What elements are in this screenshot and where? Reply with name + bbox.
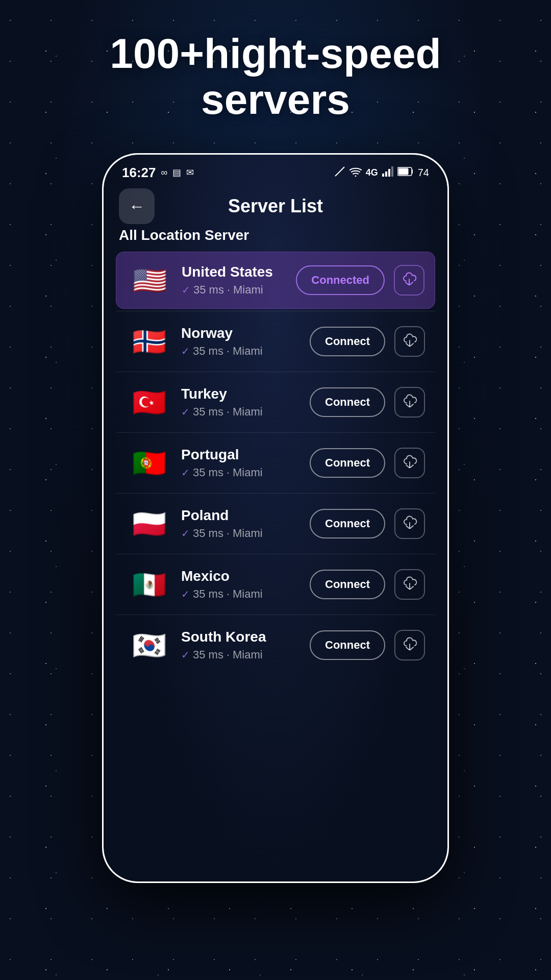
server-ms: 35 ms: [193, 527, 223, 540]
mail-icon: ✉: [186, 167, 194, 178]
app-bar: ← Server List: [104, 185, 447, 227]
server-item[interactable]: 🇵🇱 Poland ✓ 35 ms · Miami Connect: [116, 496, 435, 552]
server-ms: 35 ms: [193, 345, 223, 358]
server-divider: [116, 372, 435, 372]
cloud-icon-tr: [402, 394, 417, 411]
server-meta-pt: ✓ 35 ms · Miami: [181, 466, 300, 479]
server-info-tr: Turkey ✓ 35 ms · Miami: [181, 386, 300, 419]
server-meta-kr: ✓ 35 ms · Miami: [181, 648, 300, 662]
server-name-pl: Poland: [181, 507, 300, 524]
page-wrapper: 100+hight-speed servers 16:27 ∞ ▤ ✉: [0, 0, 551, 980]
server-divider: [116, 432, 435, 433]
battery-level: 74: [418, 167, 429, 179]
phone-mockup: 16:27 ∞ ▤ ✉: [102, 153, 449, 883]
status-bar: 16:27 ∞ ▤ ✉: [104, 155, 447, 185]
server-ms: 35 ms: [193, 466, 223, 479]
status-left: 16:27 ∞ ▤ ✉: [122, 165, 194, 181]
svg-rect-3: [385, 172, 387, 177]
connect-button-no[interactable]: Connect: [310, 327, 385, 356]
check-icon: ✓: [181, 467, 190, 479]
connected-button-us[interactable]: Connected: [296, 265, 385, 295]
flag-tr: 🇹🇷: [126, 384, 172, 420]
cloud-icon-mx: [402, 576, 417, 593]
server-divider: [116, 311, 435, 311]
svg-rect-2: [382, 174, 384, 177]
server-name-mx: Mexico: [181, 568, 300, 584]
server-divider: [116, 554, 435, 554]
cloud-button-kr[interactable]: [394, 630, 425, 660]
server-item[interactable]: 🇵🇹 Portugal ✓ 35 ms · Miami Connect: [116, 435, 435, 491]
server-meta-no: ✓ 35 ms · Miami: [181, 345, 300, 358]
server-item[interactable]: 🇲🇽 Mexico ✓ 35 ms · Miami Connect: [116, 556, 435, 612]
back-arrow-icon: ←: [129, 197, 145, 216]
status-time: 16:27: [122, 165, 156, 181]
connect-button-tr[interactable]: Connect: [310, 387, 385, 417]
server-meta-pl: ✓ 35 ms · Miami: [181, 527, 300, 540]
cloud-button-pl[interactable]: [394, 508, 425, 539]
server-item[interactable]: 🇺🇸 United States ✓ 35 ms · Miami Connect…: [116, 252, 435, 309]
flag-us: 🇺🇸: [127, 262, 172, 298]
wifi-icon: [349, 166, 362, 179]
server-meta-mx: ✓ 35 ms · Miami: [181, 587, 300, 601]
cloud-icon-pl: [402, 516, 417, 532]
connect-button-pt[interactable]: Connect: [310, 448, 385, 478]
book-icon: ▤: [172, 167, 181, 178]
server-ms: 35 ms: [193, 283, 224, 297]
server-info-kr: South Korea ✓ 35 ms · Miami: [181, 629, 300, 662]
server-city: Miami: [233, 466, 263, 479]
server-ms: 35 ms: [193, 405, 223, 419]
server-info-pt: Portugal ✓ 35 ms · Miami: [181, 447, 300, 479]
cloud-button-mx[interactable]: [394, 569, 425, 600]
server-ms: 35 ms: [193, 587, 223, 601]
cloud-button-us[interactable]: [394, 265, 424, 296]
server-name-no: Norway: [181, 325, 300, 341]
infinity-icon: ∞: [161, 167, 168, 178]
server-divider: [116, 493, 435, 494]
section-title: All Location Server: [119, 227, 435, 243]
cloud-button-tr[interactable]: [394, 387, 425, 418]
check-icon: ✓: [181, 527, 190, 540]
server-info-us: United States ✓ 35 ms · Miami: [182, 264, 287, 297]
4g-label: 4G: [366, 167, 378, 178]
check-icon: ✓: [181, 406, 190, 418]
server-name-pt: Portugal: [181, 447, 300, 463]
status-right-icons: 4G: [334, 166, 429, 180]
app-title: Server List: [228, 195, 323, 217]
connect-button-kr[interactable]: Connect: [310, 630, 385, 660]
server-name-tr: Turkey: [181, 386, 300, 402]
back-button[interactable]: ←: [119, 188, 155, 224]
server-divider: [116, 615, 435, 615]
svg-point-1: [355, 175, 356, 177]
server-city: Miami: [233, 527, 263, 540]
server-name-us: United States: [182, 264, 287, 280]
server-ms: 35 ms: [193, 648, 223, 662]
server-list-container: All Location Server 🇺🇸 United States ✓ 3…: [104, 227, 447, 881]
svg-rect-5: [391, 166, 393, 177]
cloud-icon-kr: [402, 637, 417, 654]
cloud-button-pt[interactable]: [394, 448, 425, 478]
server-item[interactable]: 🇹🇷 Turkey ✓ 35 ms · Miami Connect: [116, 374, 435, 430]
flag-no: 🇳🇴: [126, 324, 172, 359]
phone-screen: 16:27 ∞ ▤ ✉: [104, 155, 447, 881]
check-icon: ✓: [181, 649, 190, 661]
cloud-icon-no: [402, 333, 417, 350]
server-name-kr: South Korea: [181, 629, 300, 645]
check-icon: ✓: [181, 345, 190, 357]
flag-mx: 🇲🇽: [126, 567, 172, 602]
server-city: Miami: [233, 587, 263, 601]
check-icon: ✓: [181, 588, 190, 600]
connect-button-mx[interactable]: Connect: [310, 570, 385, 599]
server-city: Miami: [233, 283, 263, 297]
server-item[interactable]: 🇳🇴 Norway ✓ 35 ms · Miami Connect: [116, 313, 435, 370]
svg-line-0: [335, 167, 344, 176]
cloud-button-no[interactable]: [394, 326, 425, 357]
cloud-icon-us: [402, 272, 417, 289]
server-info-pl: Poland ✓ 35 ms · Miami: [181, 507, 300, 540]
server-city: Miami: [233, 648, 263, 662]
server-item[interactable]: 🇰🇷 South Korea ✓ 35 ms · Miami Connect: [116, 617, 435, 673]
connect-button-pl[interactable]: Connect: [310, 509, 385, 538]
signal-muted-icon: [334, 166, 345, 180]
headline-line2: servers: [201, 76, 350, 122]
server-city: Miami: [233, 345, 263, 358]
server-meta-tr: ✓ 35 ms · Miami: [181, 405, 300, 419]
